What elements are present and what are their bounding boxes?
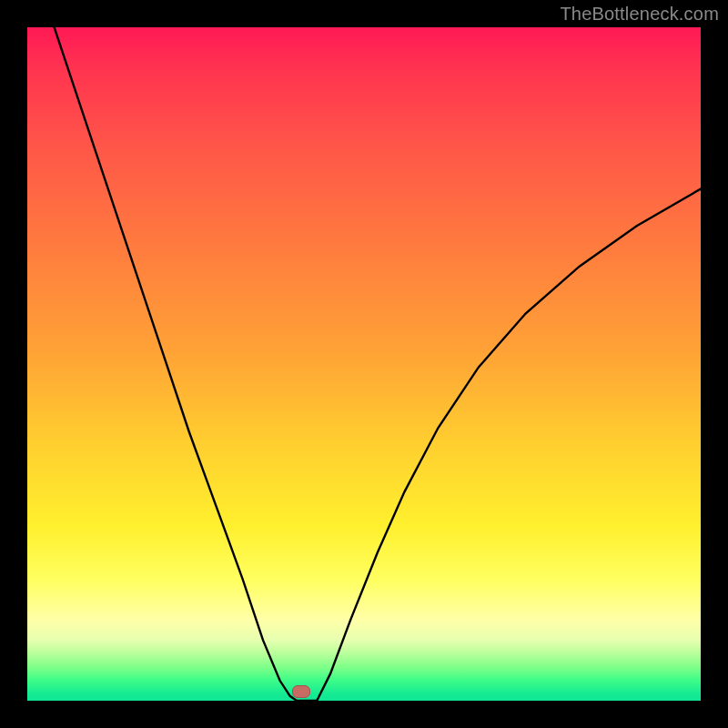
watermark-text: TheBottleneck.com (560, 4, 719, 25)
plot-area (27, 27, 701, 701)
min-marker (292, 685, 310, 698)
outer-frame: TheBottleneck.com (0, 0, 728, 728)
bottleneck-curve (27, 27, 701, 701)
